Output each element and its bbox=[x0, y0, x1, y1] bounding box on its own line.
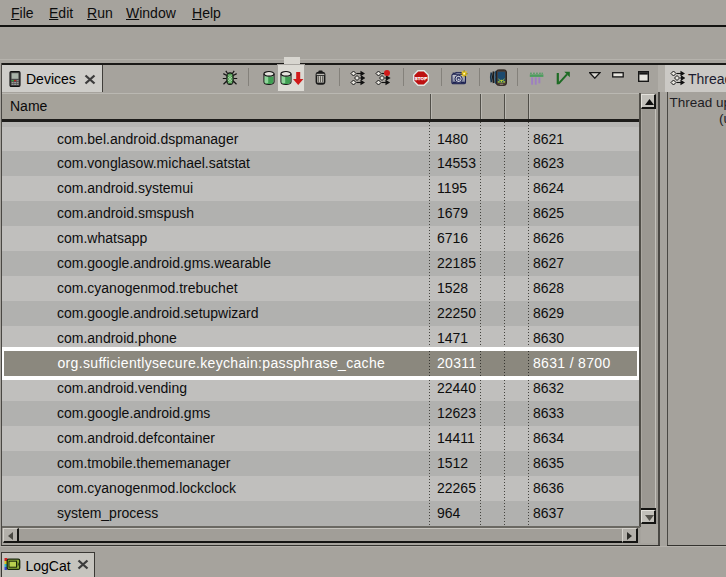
svg-text:STOP: STOP bbox=[414, 76, 427, 81]
